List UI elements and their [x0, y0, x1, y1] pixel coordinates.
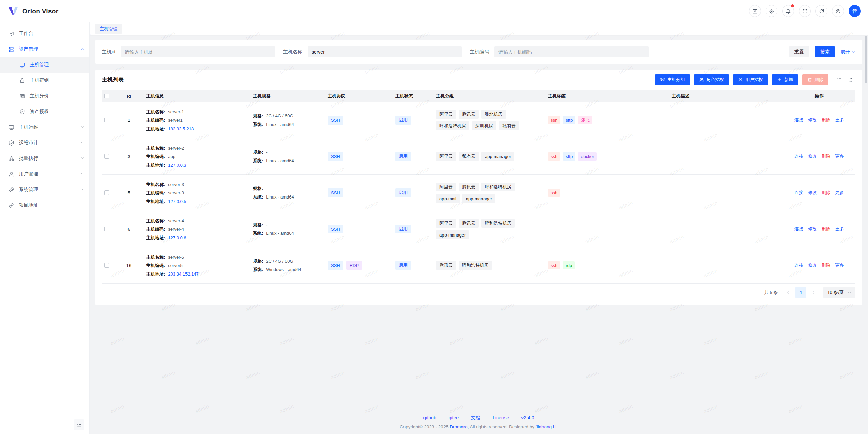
page-size-select[interactable]: 10 条/页: [823, 287, 855, 298]
host-group-button[interactable]: 主机分组: [655, 74, 690, 85]
table-toolbar: 主机分组角色授权用户授权新增删除: [655, 74, 855, 85]
host-name-field: 主机名称: [283, 46, 462, 57]
row-actions: 连接修改删除更多: [787, 262, 855, 268]
sidebar-item-asset-management[interactable]: 资产管理: [0, 41, 89, 57]
sidebar-item-workbench[interactable]: 工作台: [0, 26, 89, 41]
host-address-link[interactable]: 127.0.0.3: [168, 163, 186, 168]
sidebar-item-host-operations[interactable]: 主机运维: [0, 119, 89, 135]
sidebar-item-user-management[interactable]: 用户管理: [0, 166, 89, 182]
author-link[interactable]: Jiahang Li.: [536, 424, 558, 429]
row-actions: 连接修改删除更多: [787, 153, 855, 159]
row-action-connect[interactable]: 连接: [794, 190, 803, 196]
user-avatar[interactable]: 管: [849, 5, 861, 17]
row-action-more[interactable]: 更多: [835, 262, 844, 268]
host-address-link[interactable]: 127.0.0.5: [168, 199, 186, 204]
host-name-input[interactable]: [308, 46, 462, 57]
host-id-input[interactable]: [121, 46, 275, 57]
tag: SSH: [328, 261, 343, 270]
host-spec-cell: 规格:- 系统:Linux - amd64: [253, 185, 328, 201]
scrollbar-thumb[interactable]: [865, 36, 867, 83]
sidebar: 工作台 资产管理 主机管理主机密钥主机身份资产授权 主机运维 运维审计 批量执行…: [0, 22, 90, 434]
host-code-input[interactable]: [494, 46, 649, 57]
row-action-connect[interactable]: 连接: [794, 117, 803, 123]
row-action-edit[interactable]: 修改: [808, 262, 817, 268]
row-action-delete[interactable]: 删除: [822, 262, 830, 268]
host-code: server-4: [168, 227, 184, 232]
search-button[interactable]: 搜索: [815, 46, 835, 57]
tag: 张北: [578, 116, 592, 124]
row-action-delete[interactable]: 删除: [822, 226, 830, 232]
row-checkbox[interactable]: [104, 190, 109, 195]
pagination-next-button[interactable]: [809, 288, 818, 297]
host-address-link[interactable]: 203.34.152.147: [168, 271, 198, 277]
pagination-prev-button[interactable]: [783, 288, 793, 297]
sidebar-item-asset-authorization[interactable]: 资产授权: [0, 104, 89, 119]
sidebar-collapse-button[interactable]: [74, 419, 84, 430]
footer-link[interactable]: v2.4.0: [521, 415, 534, 421]
add-button[interactable]: 新增: [772, 74, 798, 85]
row-action-edit[interactable]: 修改: [808, 117, 817, 123]
row-action-more[interactable]: 更多: [835, 190, 844, 196]
host-system: Linux - amd64: [266, 122, 294, 127]
sidebar-item-host-keys[interactable]: 主机密钥: [0, 73, 89, 88]
select-all-checkbox[interactable]: [104, 94, 109, 98]
expand-toggle[interactable]: 展开: [841, 49, 855, 55]
column-setting-button[interactable]: [834, 74, 845, 85]
column-header: 主机标签: [548, 93, 672, 99]
pagination-page-1[interactable]: 1: [795, 287, 806, 298]
row-action-connect[interactable]: 连接: [794, 153, 803, 159]
footer-link[interactable]: gitee: [449, 415, 459, 421]
row-action-more[interactable]: 更多: [835, 153, 844, 159]
dromara-link[interactable]: Dromara: [450, 424, 468, 429]
host-address-link[interactable]: 182.92.5.218: [168, 126, 194, 131]
sidebar-item-project-url[interactable]: 项目地址: [0, 197, 89, 213]
row-action-connect[interactable]: 连接: [794, 262, 803, 268]
row-action-edit[interactable]: 修改: [808, 226, 817, 232]
sidebar-item-system-management[interactable]: 系统管理: [0, 182, 89, 197]
row-checkbox[interactable]: [104, 154, 109, 159]
row-action-delete[interactable]: 删除: [822, 153, 830, 159]
row-checkbox[interactable]: [104, 227, 109, 231]
host-id: 16: [116, 263, 146, 268]
sidebar-item-batch-execution[interactable]: 批量执行: [0, 151, 89, 166]
app-title: Orion Visor: [22, 7, 58, 15]
host-system: Windows - amd64: [266, 267, 301, 272]
host-code: server-3: [168, 190, 184, 195]
theme-button[interactable]: [766, 5, 777, 17]
sidebar-item-host-management[interactable]: 主机管理: [0, 57, 89, 73]
delete-button[interactable]: 删除: [802, 74, 828, 85]
sidebar-item-host-identity[interactable]: 主机身份: [0, 88, 89, 104]
sort-icon: [848, 77, 853, 82]
row-checkbox[interactable]: [104, 263, 109, 268]
settings-button[interactable]: [832, 5, 844, 17]
fullscreen-button[interactable]: [799, 5, 811, 17]
notification-button[interactable]: [782, 5, 794, 17]
footer-link[interactable]: github: [423, 415, 436, 421]
role-authorization-button[interactable]: 角色授权: [694, 74, 729, 85]
app-logo[interactable]: Orion Visor: [8, 6, 58, 16]
row-action-delete[interactable]: 删除: [822, 117, 830, 123]
row-action-edit[interactable]: 修改: [808, 190, 817, 196]
footer-link[interactable]: 文档: [471, 415, 480, 421]
refresh-button[interactable]: [815, 5, 827, 17]
row-action-edit[interactable]: 修改: [808, 153, 817, 159]
sort-button[interactable]: [845, 74, 855, 85]
link-icon: [8, 203, 14, 208]
host-group-cell: 阿里云腾讯云张北机房呼和浩特机房深圳机房私有云: [436, 110, 548, 130]
code-panel-button[interactable]: [749, 5, 761, 17]
row-action-more[interactable]: 更多: [835, 117, 844, 123]
tab-host-management[interactable]: 主机管理: [95, 24, 122, 34]
cluster-icon: [8, 156, 14, 162]
host-status-cell: 启用: [395, 152, 436, 161]
sidebar-item-operations-audit[interactable]: 运维审计: [0, 135, 89, 151]
user-authorization-button[interactable]: 用户授权: [733, 74, 768, 85]
row-checkbox[interactable]: [104, 118, 109, 122]
host-group-cell: 腾讯云呼和浩特机房: [436, 261, 548, 270]
row-action-delete[interactable]: 删除: [822, 190, 830, 196]
host-address-link[interactable]: 127.0.0.6: [168, 235, 186, 240]
column-header: 主机规格: [253, 93, 328, 99]
reset-button[interactable]: 重置: [789, 46, 809, 57]
row-action-more[interactable]: 更多: [835, 226, 844, 232]
footer-link[interactable]: License: [493, 415, 509, 421]
row-action-connect[interactable]: 连接: [794, 226, 803, 232]
